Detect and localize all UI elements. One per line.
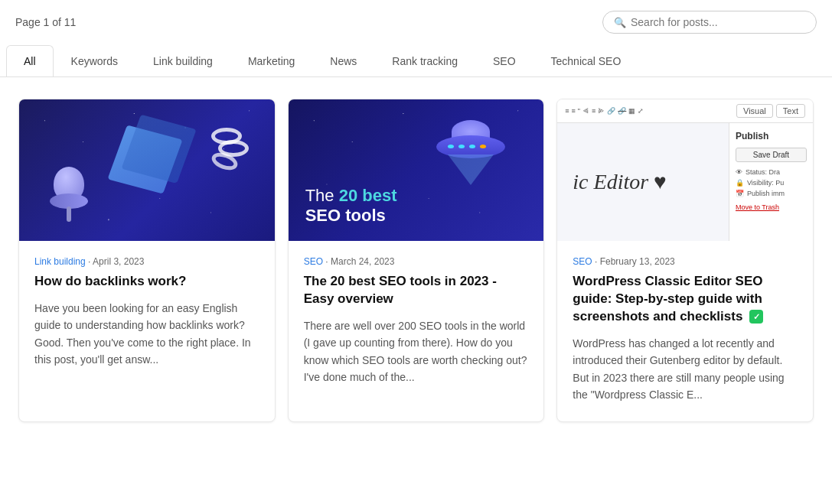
card-seo-tools: The 20 best SEO tools SEO · March 24, 20… — [288, 99, 545, 422]
wp-format-icons: ≡ ≡ " ⫷ ≡ ⫸ 🔗 🔗 ▦ ⤢ — [565, 107, 733, 115]
card-wordpress-editor: ≡ ≡ " ⫷ ≡ ⫸ 🔗 🔗 ▦ ⤢ Visual Text — [556, 99, 814, 422]
card-body-2: SEO · March 24, 2023 The 20 best SEO too… — [289, 241, 544, 404]
checkmark-badge: ✓ — [749, 310, 763, 324]
wp-icon-table: ▦ — [628, 107, 635, 115]
wp-icon-align-right: ⫸ — [598, 107, 605, 115]
card-date-2: March 24, 2023 — [331, 256, 394, 267]
category-link-3[interactable]: SEO — [573, 256, 592, 267]
tab-news[interactable]: News — [312, 45, 374, 77]
category-dot-3: · — [595, 256, 600, 267]
ufo-decoration — [436, 128, 505, 166]
wp-save-draft-btn[interactable]: Save Draft — [736, 148, 807, 162]
wp-toolbar: ≡ ≡ " ⫷ ≡ ⫸ 🔗 🔗 ▦ ⤢ Visual Text — [557, 99, 813, 123]
search-icon: 🔍 — [614, 17, 626, 28]
card-body-1: Link building · April 3, 2023 How do bac… — [19, 241, 275, 387]
page-info: Page 1 of 11 — [15, 16, 76, 28]
wp-move-trash[interactable]: Move to Trash — [736, 203, 807, 211]
card-body-3: SEO · February 13, 2023 WordPress Classi… — [557, 241, 813, 421]
card-category-1: Link building · April 3, 2023 — [34, 256, 259, 267]
wp-publish-sidebar: Publish Save Draft 👁 Status: Dra 🔒 Visib… — [729, 123, 813, 241]
wp-icon-link: 🔗 — [607, 107, 615, 115]
card2-line1-text: The — [305, 186, 339, 205]
wp-publish-title: Publish — [736, 131, 807, 141]
wp-status-text: Status: Dra — [746, 168, 780, 176]
wp-text-tab[interactable]: Text — [776, 104, 805, 118]
card-title-3[interactable]: WordPress Classic Editor SEO guide: Step… — [573, 273, 798, 326]
wp-icon-align-left: ⫷ — [582, 107, 589, 115]
wp-publish-row: 📅 Publish imm — [736, 190, 807, 197]
card-title-3-text: WordPress Classic Editor SEO guide: Step… — [573, 274, 762, 324]
wp-editor-preview: ≡ ≡ " ⫷ ≡ ⫸ 🔗 🔗 ▦ ⤢ Visual Text — [557, 99, 813, 241]
wp-icon-align-center: ≡ — [592, 107, 595, 115]
card-image-3: ≡ ≡ " ⫷ ≡ ⫸ 🔗 🔗 ▦ ⤢ Visual Text — [557, 99, 813, 241]
card2-overlay-text: The 20 best SEO tools — [289, 171, 414, 241]
tab-link-building[interactable]: Link building — [135, 45, 230, 77]
wp-icon-unlink: 🔗 — [618, 107, 626, 115]
wp-lock-icon: 🔒 — [736, 179, 744, 187]
wp-icon-expand: ⤢ — [638, 107, 644, 115]
category-dot-2: · — [325, 256, 331, 267]
search-input[interactable] — [631, 16, 805, 28]
wp-icon-quote: " — [578, 107, 580, 115]
tab-seo[interactable]: SEO — [475, 45, 533, 77]
card-category-2: SEO · March 24, 2023 — [304, 256, 529, 267]
wp-eye-icon: 👁 — [736, 168, 742, 176]
tab-keywords[interactable]: Keywords — [54, 45, 135, 77]
wp-icon-list: ≡ — [565, 107, 569, 115]
tab-rank-tracking[interactable]: Rank tracking — [374, 45, 475, 77]
wp-editor-text: ic Editor ♥ — [573, 170, 666, 194]
category-tabs: AllKeywordsLink buildingMarketingNewsRan… — [0, 44, 832, 77]
wp-status-row: 👁 Status: Dra — [736, 168, 807, 176]
card-image-1 — [19, 99, 275, 241]
card2-line2: SEO tools — [305, 206, 397, 226]
wp-editor-body: ic Editor ♥ Publish Save Draft 👁 Status:… — [557, 123, 813, 241]
card-link-building: Link building · April 3, 2023 How do bac… — [18, 99, 276, 422]
card-image-2: The 20 best SEO tools — [289, 99, 544, 241]
wp-visibility-text: Visibility: Pu — [747, 179, 784, 187]
card-date-3: February 13, 2023 — [600, 256, 675, 267]
wp-icon-list2: ≡ — [572, 107, 576, 115]
card-date-1: April 3, 2023 — [93, 256, 144, 267]
tab-marketing[interactable]: Marketing — [230, 45, 312, 77]
category-link-1[interactable]: Link building — [34, 256, 86, 267]
card-excerpt-1: Have you been looking for an easy Englis… — [34, 300, 259, 369]
card-title-1[interactable]: How do backlinks work? — [34, 273, 259, 291]
card2-highlight: 20 best — [339, 186, 397, 205]
search-box[interactable]: 🔍 — [602, 11, 817, 34]
card-excerpt-2: There are well over 200 SEO tools in the… — [304, 317, 529, 386]
wp-visual-tab[interactable]: Visual — [736, 104, 773, 118]
wp-cal-icon: 📅 — [736, 190, 744, 197]
wp-publish-text: Publish imm — [747, 190, 785, 197]
chain-decoration — [204, 128, 249, 169]
card-excerpt-3: WordPress has changed a lot recently and… — [573, 335, 798, 404]
wp-visibility-row: 🔒 Visibility: Pu — [736, 179, 807, 187]
card-title-2[interactable]: The 20 best SEO tools in 2023 - Easy ove… — [304, 273, 529, 308]
category-link-2[interactable]: SEO — [304, 256, 323, 267]
posts-grid: Link building · April 3, 2023 How do bac… — [0, 77, 832, 444]
tab-technical-seo[interactable]: Technical SEO — [533, 45, 639, 77]
astronaut-decoration — [50, 159, 92, 213]
tab-all[interactable]: All — [6, 45, 54, 77]
card-category-3: SEO · February 13, 2023 — [573, 256, 798, 267]
